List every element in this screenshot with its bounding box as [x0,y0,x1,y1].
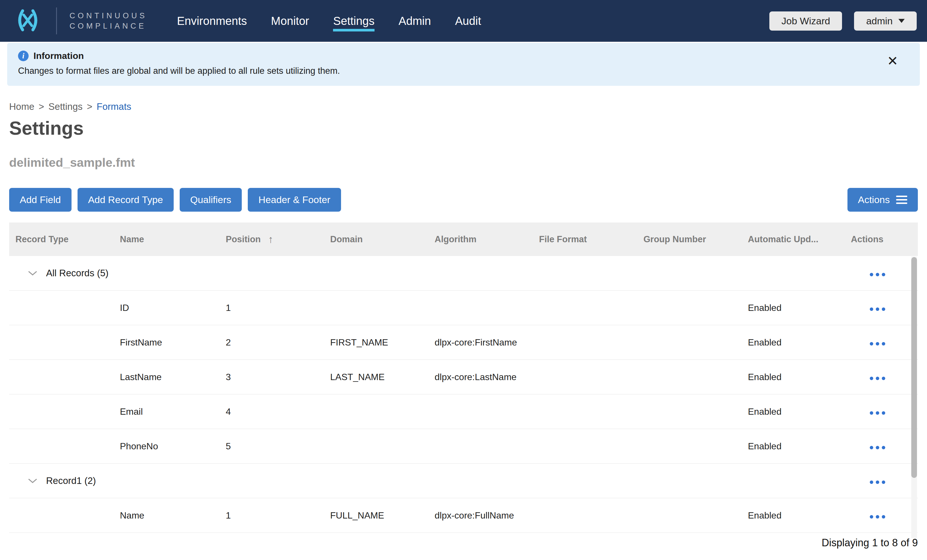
pagination-status: Displaying 1 to 8 of 9 [9,537,918,549]
column-header-record-type[interactable]: Record Type [9,234,114,244]
nav-buttons: Job Wizard admin [769,11,917,30]
cell-name: FirstName [114,337,219,348]
breadcrumb: Home > Settings > Formats [9,101,918,112]
nav-item-settings[interactable]: Settings [333,0,374,42]
row-actions-cell [845,476,918,486]
table-row: Email 4 Enabled [9,395,918,429]
actions-menu-button[interactable]: Actions [848,188,918,212]
row-actions-icon[interactable] [851,446,885,449]
user-menu-label: admin [866,15,893,27]
table-row: LastName 3 LAST_NAME dlpx-core:LastName … [9,360,918,395]
column-header-automatic-update[interactable]: Automatic Upd... [742,234,845,244]
record-group-label: Record1 (2) [46,475,96,486]
info-icon: i [18,51,29,61]
brand: CONTINUOUS COMPLIANCE [0,8,147,34]
row-actions-icon[interactable] [851,342,885,346]
format-file-name: delimited_sample.fmt [9,156,918,170]
delphix-logo-icon [11,8,45,34]
page-title: Settings [9,117,918,139]
row-actions-cell [845,510,918,521]
page-content: Home > Settings > Formats Settings delim… [0,101,927,549]
cell-position: 4 [219,407,324,417]
breadcrumb-formats[interactable]: Formats [97,101,131,112]
row-actions-cell [845,268,918,279]
table-row: Name 1 FULL_NAME dlpx-core:FullName Enab… [9,498,918,533]
info-banner: i Information Changes to format files ar… [7,43,920,86]
brand-line2: COMPLIANCE [70,22,146,30]
nav-item-audit[interactable]: Audit [455,0,481,42]
banner-title-row: i Information [18,51,920,61]
brand-divider [56,8,57,34]
hamburger-menu-icon [896,196,907,204]
table-row: FirstName 2 FIRST_NAME dlpx-core:FirstNa… [9,325,918,360]
row-actions-cell [845,372,918,382]
cell-domain: FIRST_NAME [324,337,428,348]
cell-automatic-update: Enabled [742,441,845,452]
job-wizard-label: Job Wizard [781,15,830,27]
column-header-position[interactable]: Position ↑ [219,234,324,245]
row-actions-icon[interactable] [851,377,885,380]
table-scrollbar-track[interactable] [911,256,917,538]
column-header-file-format[interactable]: File Format [533,234,637,244]
brand-text: CONTINUOUS COMPLIANCE [70,11,147,31]
nav-item-admin[interactable]: Admin [398,0,431,42]
column-header-actions: Actions [845,234,918,244]
table-row: PhoneNo 5 Enabled [9,429,918,464]
brand-line1: CONTINUOUS [70,11,147,20]
column-header-algorithm[interactable]: Algorithm [428,234,533,244]
format-fields-table: Record Type Name Position ↑ Domain Algor… [9,223,918,533]
table-row: ID 1 Enabled [9,291,918,325]
breadcrumb-home[interactable]: Home [9,101,34,112]
cell-name: Email [114,407,219,417]
row-actions-cell [845,337,918,348]
nav-item-environments[interactable]: Environments [177,0,247,42]
cell-name: PhoneNo [114,441,219,452]
cell-automatic-update: Enabled [742,510,845,521]
row-actions-icon[interactable] [851,308,885,311]
cell-algorithm: dlpx-core:FirstName [428,337,533,348]
column-header-group-number[interactable]: Group Number [637,234,742,244]
row-actions-cell [845,441,918,452]
cell-position: 1 [219,303,324,313]
record-group-cell: Record1 (2) [9,475,845,486]
column-header-name[interactable]: Name [114,234,219,244]
table-row: Record1 (2) [9,464,918,498]
cell-domain: LAST_NAME [324,372,428,382]
job-wizard-button[interactable]: Job Wizard [769,11,842,30]
cell-position: 3 [219,372,324,382]
cell-domain: FULL_NAME [324,510,428,521]
row-actions-icon[interactable] [851,481,885,484]
cell-algorithm: dlpx-core:FullName [428,510,533,521]
main-nav: Environments Monitor Settings Admin Audi… [177,0,505,42]
qualifiers-button[interactable]: Qualifiers [180,188,242,212]
row-actions-icon[interactable] [851,273,885,276]
record-group-label: All Records (5) [46,268,108,279]
nav-item-monitor[interactable]: Monitor [271,0,309,42]
chevron-down-icon[interactable] [28,478,38,484]
add-field-button[interactable]: Add Field [9,188,71,212]
table-header-row: Record Type Name Position ↑ Domain Algor… [9,223,918,256]
record-group-cell: All Records (5) [9,268,845,279]
cell-automatic-update: Enabled [742,303,845,313]
sort-ascending-icon: ↑ [268,234,273,245]
top-navbar: CONTINUOUS COMPLIANCE Environments Monit… [0,0,927,42]
close-icon[interactable]: ✕ [887,54,898,67]
banner-message: Changes to format files are global and w… [18,66,920,76]
row-actions-icon[interactable] [851,515,885,519]
cell-name: LastName [114,372,219,382]
column-header-domain[interactable]: Domain [324,234,428,244]
actions-label: Actions [858,194,890,205]
cell-algorithm: dlpx-core:LastName [428,372,533,382]
cell-position: 5 [219,441,324,452]
toolbar: Add Field Add Record Type Qualifiers Hea… [9,188,918,212]
breadcrumb-settings[interactable]: Settings [49,101,82,112]
row-actions-cell [845,407,918,417]
user-menu-button[interactable]: admin [854,11,917,30]
cell-position: 1 [219,510,324,521]
table-scrollbar-thumb[interactable] [911,257,917,478]
chevron-down-icon[interactable] [28,270,38,276]
add-record-type-button[interactable]: Add Record Type [78,188,174,212]
row-actions-icon[interactable] [851,411,885,415]
header-footer-button[interactable]: Header & Footer [248,188,341,212]
cell-automatic-update: Enabled [742,372,845,382]
